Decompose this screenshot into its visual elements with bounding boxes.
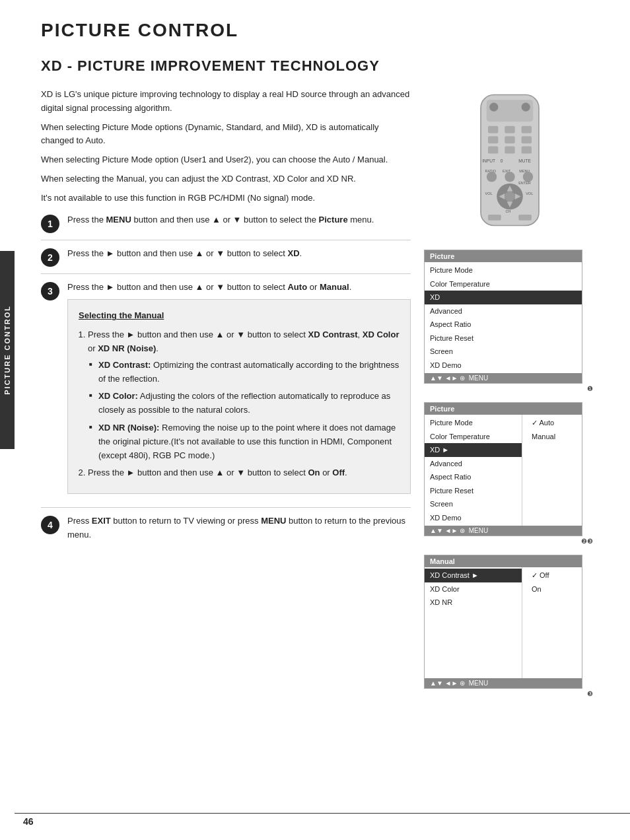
intro-text: XD is LG's unique picture improving tech… (41, 88, 411, 205)
step-4-text: Press EXIT button to return to TV viewin… (67, 514, 411, 542)
menu2-item-xd-demo: XD Demo (425, 511, 522, 525)
manual-box-title: Selecting the Manual (79, 309, 400, 323)
menu1-item-screen: Screen (425, 345, 582, 359)
intro-para5: It's not available to use this function … (41, 192, 411, 205)
svg-rect-9 (522, 136, 532, 143)
menu3-item-xd-contrast: XD Contrast ► (425, 569, 522, 582)
menu2-auto: ✓ Auto (526, 416, 578, 430)
menu2-item-picture-mode: Picture Mode (425, 416, 522, 430)
menu3-spacer4 (425, 650, 522, 664)
menu-screen-3: Manual XD Contrast ► XD Color XD NR (424, 555, 596, 697)
svg-text:MUTE: MUTE (518, 158, 531, 163)
page-number: 46 (23, 816, 34, 827)
page-title: PICTURE CONTROL (41, 20, 604, 41)
step-number-4: 4 (41, 516, 59, 534)
menu2-item-color-temp: Color Temperature (425, 430, 522, 444)
svg-point-19 (487, 172, 497, 182)
manual-box: Selecting the Manual Press the ► button … (67, 299, 411, 494)
step-1: 1 Press the MENU button and then use ▲ o… (41, 213, 411, 240)
svg-rect-12 (522, 147, 532, 154)
svg-rect-10 (488, 147, 498, 154)
manual-bullets: XD Contrast: Optimizing the contrast aut… (89, 359, 400, 463)
svg-rect-8 (505, 136, 514, 143)
menu2-item-advanced: Advanced (425, 457, 522, 471)
step-2-text: Press the ► button and then use ▲ or ▼ b… (67, 247, 411, 261)
menu1-item-advanced: Advanced (425, 304, 582, 318)
bullet-xd-nr: XD NR (Noise): Removing the noise up to … (89, 421, 400, 462)
intro-para3: When selecting Picture Mode option (User… (41, 153, 411, 167)
menu2-right: ✓ Auto Manual (522, 415, 582, 526)
step-3: 3 Press the ► button and then use ▲ or ▼… (41, 281, 411, 508)
menu3-right: ✓ Off On (522, 567, 582, 678)
step-2: 2 Press the ► button and then use ▲ or ▼… (41, 247, 411, 274)
step-4: 4 Press EXIT button to return to TV view… (41, 514, 411, 549)
remote-control-image: INPUT 0 MUTE RATIO EXIT MENU ENTER (444, 88, 576, 240)
menu3-off: ✓ Off (526, 569, 578, 582)
section-title: XD - PICTURE IMPROVEMENT TECHNOLOGY (41, 57, 604, 75)
menu1-item-xd: XD (425, 291, 582, 304)
svg-rect-32 (488, 215, 501, 221)
menu-screen-2: Picture Picture Mode Color Temperature X… (424, 402, 596, 545)
bullet-xd-color: XD Color: Adjusting the colors of the re… (89, 390, 400, 417)
svg-point-28 (505, 192, 514, 201)
svg-point-2 (489, 103, 498, 112)
menu1-ref: ❶ (424, 385, 596, 392)
svg-text:VOL: VOL (526, 192, 533, 195)
svg-rect-5 (505, 126, 514, 133)
intro-para4: When selecting the Manual, you can adjus… (41, 172, 411, 186)
menu3-ref: ❸ (424, 690, 596, 697)
step-number-2: 2 (41, 248, 59, 267)
svg-text:INPUT: INPUT (482, 158, 495, 163)
menu2-ref: ❷❸ (424, 538, 596, 545)
svg-rect-6 (522, 126, 532, 133)
svg-text:ENTER: ENTER (518, 181, 531, 185)
menu1-item-picture-reset: Picture Reset (425, 332, 582, 345)
menu1-item-xd-demo: XD Demo (425, 359, 582, 372)
menu3-item-xd-nr: XD NR (425, 596, 522, 610)
menu1-item-picture-mode: Picture Mode (425, 263, 582, 277)
menu2-item-screen: Screen (425, 497, 522, 511)
svg-text:VOL: VOL (485, 192, 493, 195)
svg-text:CH: CH (505, 209, 510, 213)
menu1-footer: ▲▼ ◄► ⊛ MENU (425, 373, 582, 383)
svg-rect-4 (488, 126, 498, 133)
menu1-item-color-temp: Color Temperature (425, 277, 582, 291)
manual-step2: Press the ► button and then use ▲ or ▼ b… (88, 466, 400, 480)
menu1-item-aspect-ratio: Aspect Ratio (425, 318, 582, 332)
svg-rect-7 (488, 136, 498, 143)
intro-para1: XD is LG's unique picture improving tech… (41, 88, 411, 116)
bottom-line (15, 813, 630, 814)
menu3-header: Manual (425, 555, 582, 567)
step-number-1: 1 (41, 215, 59, 233)
svg-point-3 (522, 103, 530, 112)
svg-rect-33 (518, 215, 532, 221)
menu2-footer: ▲▼ ◄► ⊛ MENU (425, 526, 582, 536)
menu3-spacer2 (425, 623, 522, 637)
side-tab-label: PICTURE CONTROL (3, 305, 11, 395)
step-1-text: Press the MENU button and then use ▲ or … (67, 213, 411, 227)
menu2-manual: Manual (526, 430, 578, 444)
menu1-header: Picture (425, 250, 582, 262)
menu2-header: Picture (425, 403, 582, 415)
step-number-3: 3 (41, 282, 59, 300)
svg-rect-11 (505, 147, 514, 154)
svg-text:0: 0 (501, 158, 503, 163)
menu3-footer: ▲▼ ◄► ⊛ MENU (425, 678, 582, 688)
menu2-item-picture-reset: Picture Reset (425, 484, 522, 498)
intro-para2: When selecting Picture Mode options (Dyn… (41, 121, 411, 149)
menu3-spacer3 (425, 637, 522, 650)
menu3-item-xd-color: XD Color (425, 582, 522, 596)
svg-point-20 (505, 172, 514, 182)
menu-screen-1: Picture Picture Mode Color Temperature X… (424, 250, 596, 392)
menu2-item-aspect-ratio: Aspect Ratio (425, 470, 522, 484)
menu3-spacer1 (425, 610, 522, 623)
side-tab: PICTURE CONTROL (0, 251, 15, 449)
menu2-item-xd: XD ► (425, 443, 522, 457)
menu3-spacer5 (425, 664, 522, 678)
menu3-on: On (526, 582, 578, 596)
manual-step1: Press the ► button and then use ▲ or ▼ b… (88, 328, 400, 462)
step-3-text: Press the ► button and then use ▲ or ▼ b… (67, 281, 411, 501)
bullet-xd-contrast: XD Contrast: Optimizing the contrast aut… (89, 359, 400, 386)
